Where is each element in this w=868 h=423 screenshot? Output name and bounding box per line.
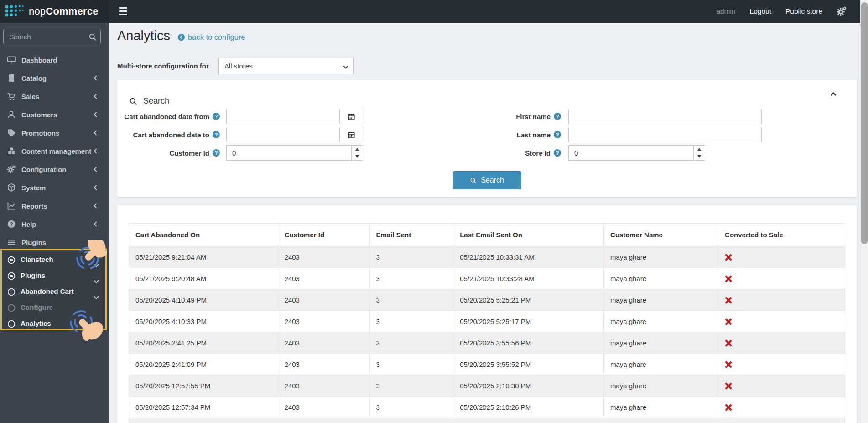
converted-to-sale-cell <box>718 311 845 332</box>
sidebar-item-reports[interactable]: Reports <box>0 197 109 215</box>
sidebar-item-label: Reports <box>21 202 47 210</box>
scrollbar-thumb[interactable] <box>861 2 868 244</box>
column-header-cart-abandoned-on: Cart Abandoned On <box>129 224 278 246</box>
sidebar-item-label: Dashboard <box>21 56 57 64</box>
table-cell: 3 <box>369 268 453 289</box>
converted-to-sale-cell <box>718 246 845 268</box>
help-icon[interactable]: ? <box>554 149 561 157</box>
sidebar-item-configuration[interactable]: Configuration <box>0 160 109 178</box>
search-icon <box>470 177 477 184</box>
table-cell: 05/20/2025 5:25:17 PM <box>453 311 604 332</box>
sidebar-item-clanstech[interactable]: Clanstech <box>0 251 109 267</box>
chart-icon <box>7 201 16 210</box>
first-name-input[interactable] <box>568 109 762 124</box>
column-header-converted-to-sale: Converted to Sale <box>718 224 845 246</box>
spinner-up-icon[interactable] <box>352 146 363 153</box>
sidebar-search-input[interactable] <box>4 29 100 44</box>
table-cell: 05/20/2025 2:10:30 PM <box>453 375 604 397</box>
table-cell: 3 <box>369 397 453 418</box>
sidebar-item-help[interactable]: ?Help <box>0 215 109 233</box>
sidebar-toggle-icon[interactable] <box>119 7 127 15</box>
user-icon <box>7 110 16 119</box>
sidebar-item-catalog[interactable]: Catalog <box>0 69 109 87</box>
table-cell: 05/20/2025 2:41:09 PM <box>129 354 278 375</box>
sidebar-item-abandoned-cart[interactable]: Abandoned Cart <box>0 283 109 299</box>
help-icon[interactable]: ? <box>554 113 561 120</box>
chevron-left-icon <box>94 167 99 172</box>
spinner-down-icon[interactable] <box>694 153 705 161</box>
column-header-email-sent: Email Sent <box>369 224 453 246</box>
table-cell: maya ghare <box>603 289 718 311</box>
table-cell: 05/20/2025 3:55:56 PM <box>453 332 604 354</box>
cube-icon <box>7 183 16 192</box>
sidebar-item-dashboard[interactable]: Dashboard <box>0 51 109 69</box>
not-converted-x-icon <box>725 254 732 261</box>
chevron-left-icon <box>94 203 99 208</box>
store-id-input[interactable] <box>569 146 705 160</box>
calendar-icon[interactable] <box>339 109 363 124</box>
last-name-input[interactable] <box>568 127 762 142</box>
current-user-label[interactable]: admin <box>716 7 735 16</box>
help-icon[interactable]: ? <box>554 131 561 138</box>
search-panel: Search Cart abandoned date from? First n… <box>117 80 857 197</box>
search-button[interactable]: Search <box>453 171 521 189</box>
last-name-label: Last name? <box>426 131 561 139</box>
bars-icon <box>7 238 16 247</box>
collapse-chevron-up-icon[interactable] <box>829 90 837 98</box>
help-icon[interactable]: ? <box>213 131 220 138</box>
sidebar-item-content-management[interactable]: Content management <box>0 142 109 160</box>
sidebar: DashboardCatalogSalesCustomersPromotions… <box>0 23 109 423</box>
brand-logo[interactable]: nopCommerce <box>0 0 109 23</box>
table-cell: 2403 <box>278 289 369 311</box>
calendar-icon[interactable] <box>339 127 363 142</box>
chevron-down-icon <box>94 294 99 299</box>
table-header-row: Cart Abandoned OnCustomer IdEmail SentLa… <box>129 224 845 246</box>
table-cell: 05/21/2025 9:21:04 AM <box>129 246 278 268</box>
table-cell: maya ghare <box>603 375 718 397</box>
table-cell: maya ghare <box>603 354 718 375</box>
customer-id-input[interactable] <box>227 146 363 160</box>
number-spinner <box>693 146 705 160</box>
column-header-last-email-sent-on: Last Email Sent On <box>453 224 604 246</box>
sidebar-item-plugins[interactable]: Plugins <box>0 233 109 251</box>
spinner-down-icon[interactable] <box>352 153 363 161</box>
table-cell: 05/20/2025 5:25:21 PM <box>453 289 604 311</box>
column-header-customer-id: Customer Id <box>278 224 369 246</box>
sidebar-item-customers[interactable]: Customers <box>0 105 109 124</box>
cart-icon <box>7 92 16 101</box>
spinner-up-icon[interactable] <box>694 146 705 153</box>
converted-to-sale-cell <box>718 268 845 289</box>
table-cell: maya ghare <box>603 246 718 268</box>
cubes-icon <box>7 146 16 156</box>
table-row: 05/20/2025 4:10:33 PM2403305/20/2025 5:2… <box>129 311 845 332</box>
sidebar-item-configure[interactable]: Configure <box>0 299 109 315</box>
store-select[interactable]: All stores <box>218 58 354 74</box>
sidebar-item-promotions[interactable]: Promotions <box>0 124 109 142</box>
sidebar-item-analytics[interactable]: Analytics <box>0 315 109 331</box>
number-spinner <box>351 146 363 160</box>
date-from-input[interactable] <box>226 109 339 124</box>
sidebar-item-label: Configure <box>21 303 53 311</box>
sidebar-item-plugins[interactable]: Plugins <box>0 267 109 283</box>
sidebar-item-system[interactable]: System <box>0 178 109 197</box>
table-cell: 3 <box>369 311 453 332</box>
table-cell: maya ghare <box>603 397 718 418</box>
sidebar-item-sales[interactable]: Sales <box>0 87 109 105</box>
multistore-label: Multi-store configuration for <box>117 58 209 74</box>
converted-to-sale-cell <box>718 375 845 397</box>
help-icon[interactable]: ? <box>213 113 220 120</box>
question-icon: ? <box>7 219 16 229</box>
logout-link[interactable]: Logout <box>750 7 771 16</box>
dotcircle-icon <box>7 256 15 264</box>
chevron-left-icon <box>94 112 99 117</box>
help-icon[interactable]: ? <box>213 149 220 157</box>
sidebar-item-label: Plugins <box>21 272 45 279</box>
settings-gear-icon[interactable] <box>837 6 847 16</box>
public-store-link[interactable]: Public store <box>785 7 822 16</box>
date-to-group <box>226 127 363 142</box>
monitor-icon <box>7 55 16 64</box>
back-to-configure-link[interactable]: back to configure <box>177 33 245 42</box>
chevron-left-icon <box>94 148 99 153</box>
svg-text:?: ? <box>10 221 13 227</box>
date-to-input[interactable] <box>226 127 339 142</box>
